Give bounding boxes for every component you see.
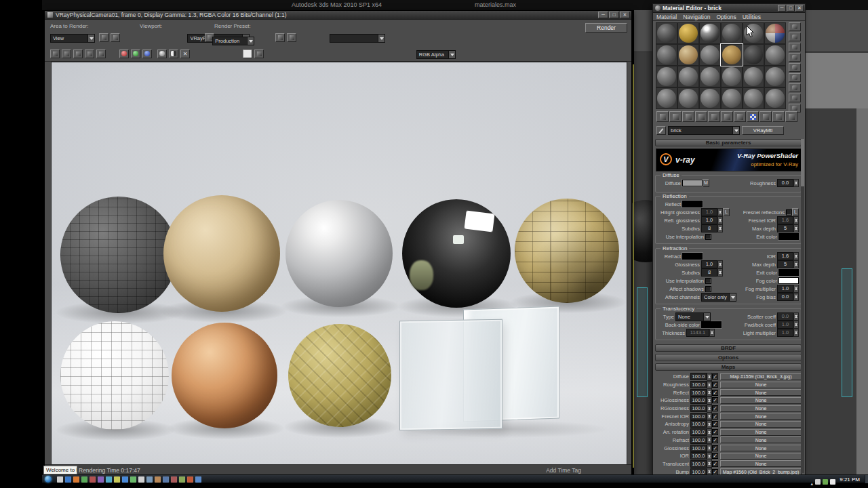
copy-image-icon[interactable] <box>73 49 83 58</box>
print-image-icon[interactable] <box>85 49 94 58</box>
rollout-basic-parameters[interactable]: Basic parameters <box>655 139 802 146</box>
material-sample-slot[interactable] <box>656 66 677 87</box>
material-sample-slot[interactable] <box>699 22 721 44</box>
start-button[interactable] <box>45 476 52 483</box>
map-slot-button[interactable]: None <box>720 397 802 404</box>
pick-material-icon[interactable] <box>656 126 666 135</box>
layer-icon[interactable] <box>254 49 264 58</box>
map-enable-checkbox[interactable] <box>712 373 718 380</box>
chevron-down-icon[interactable] <box>732 127 739 134</box>
chevron-down-icon[interactable] <box>448 51 455 58</box>
taskbar-app-icon[interactable] <box>171 476 177 483</box>
taskbar-app-icon[interactable] <box>57 476 63 483</box>
spinner[interactable] <box>717 216 723 224</box>
material-sample-slot[interactable] <box>764 87 786 109</box>
clear-channel-icon[interactable] <box>180 49 190 58</box>
spinner[interactable] <box>707 460 712 468</box>
refl-glossiness-field[interactable]: 1.0 <box>701 216 717 224</box>
material-sample-slot[interactable] <box>699 44 721 66</box>
clone-window-icon[interactable] <box>62 49 71 58</box>
monochrome-icon[interactable] <box>157 49 167 58</box>
minimize-icon[interactable] <box>778 5 786 12</box>
taskbar-app-icon[interactable] <box>90 476 96 483</box>
map-amount-field[interactable]: 100.0 <box>690 428 707 436</box>
close-icon[interactable] <box>795 5 804 12</box>
spinner[interactable] <box>707 420 712 428</box>
map-slot-button[interactable]: None <box>720 405 802 412</box>
map-slot-button[interactable]: None <box>720 436 802 443</box>
map-enable-checkbox[interactable] <box>712 421 718 427</box>
material-name-select[interactable]: brick <box>668 126 740 135</box>
map-enable-checkbox[interactable] <box>712 437 718 443</box>
material-sample-slot[interactable] <box>764 22 786 44</box>
reflect-exit-color-swatch[interactable] <box>778 233 799 240</box>
map-slot-button[interactable]: None <box>720 382 802 388</box>
minimize-icon[interactable] <box>598 12 608 18</box>
menu-item[interactable]: Utilities <box>743 14 761 20</box>
spinner[interactable] <box>793 329 799 337</box>
auto-region-button[interactable] <box>111 33 120 42</box>
spinner[interactable] <box>717 260 723 268</box>
map-amount-field[interactable]: 100.0 <box>690 445 707 452</box>
material-sample-slot[interactable] <box>699 66 721 87</box>
material-type-button[interactable]: VRayMtl <box>742 126 784 135</box>
alpha-channel-icon[interactable] <box>169 49 178 58</box>
roughness-field[interactable]: 0.0 <box>777 179 793 187</box>
map-enable-checkbox[interactable] <box>712 413 718 420</box>
map-slot-button[interactable]: None <box>720 429 802 436</box>
taskbar-app-icon[interactable] <box>155 476 161 483</box>
go-forward-icon[interactable] <box>785 111 797 122</box>
put-to-library-icon[interactable] <box>721 111 733 122</box>
spinner[interactable] <box>793 321 799 329</box>
light-multiplier-field[interactable]: 1.0 <box>777 329 793 337</box>
menu-item[interactable]: Material <box>656 14 677 20</box>
taskbar-app-icon[interactable] <box>114 476 120 483</box>
options-icon[interactable] <box>789 83 801 92</box>
background-color-swatch[interactable] <box>243 49 252 58</box>
show-desktop-button[interactable] <box>865 475 868 483</box>
fresnel-ior-field[interactable]: 1.6 <box>777 216 793 224</box>
map-enable-checkbox[interactable] <box>712 382 718 388</box>
scatter-coeff-field[interactable]: 0.0 <box>777 312 793 321</box>
map-slot-button[interactable]: None <box>720 389 802 396</box>
material-sample-slot[interactable] <box>743 44 764 66</box>
fog-color-swatch[interactable] <box>778 277 799 284</box>
show-map-in-viewport-icon[interactable] <box>747 111 759 122</box>
back-side-color-swatch[interactable] <box>701 321 722 328</box>
reflect-use-interpolation-checkbox[interactable] <box>705 234 711 240</box>
map-amount-field[interactable]: 100.0 <box>690 405 707 412</box>
fog-bias-field[interactable]: 0.0 <box>777 293 793 301</box>
material-sample-slot[interactable] <box>764 66 786 87</box>
scrollbar-thumb[interactable] <box>801 139 804 186</box>
taskbar-app-icon[interactable] <box>65 476 71 483</box>
spinner[interactable] <box>793 224 799 232</box>
green-channel-icon[interactable] <box>131 49 140 58</box>
chevron-down-icon[interactable] <box>703 313 710 321</box>
blue-channel-icon[interactable] <box>142 49 152 58</box>
spinner[interactable] <box>707 381 712 389</box>
material-sample-slot[interactable] <box>677 22 699 44</box>
select-by-material-icon[interactable] <box>789 94 801 102</box>
reflect-max-depth-field[interactable]: 5 <box>777 224 793 232</box>
clear-image-icon[interactable] <box>96 49 106 58</box>
map-amount-field[interactable]: 100.0 <box>690 373 707 380</box>
diffuse-color-swatch[interactable] <box>682 180 703 186</box>
spinner[interactable] <box>717 224 723 232</box>
hilight-glossiness-field[interactable]: 1.0 <box>701 208 717 216</box>
maximize-icon[interactable] <box>609 12 619 18</box>
map-enable-checkbox[interactable] <box>712 445 718 451</box>
spinner[interactable] <box>707 428 712 436</box>
environment-button[interactable] <box>287 33 296 42</box>
taskbar-app-icon[interactable] <box>81 476 87 483</box>
map-amount-field[interactable]: 100.0 <box>690 420 707 428</box>
map-amount-field[interactable]: 100.0 <box>690 413 707 420</box>
red-channel-icon[interactable] <box>119 49 129 58</box>
spinner[interactable] <box>707 388 712 396</box>
edit-region-button[interactable] <box>99 33 108 42</box>
refract-exit-color-swatch[interactable] <box>778 269 799 276</box>
close-icon[interactable] <box>620 12 630 18</box>
spinner[interactable] <box>793 312 799 321</box>
map-slot-button[interactable]: None <box>720 460 802 467</box>
spinner[interactable] <box>793 285 799 293</box>
get-material-icon[interactable] <box>656 111 669 122</box>
